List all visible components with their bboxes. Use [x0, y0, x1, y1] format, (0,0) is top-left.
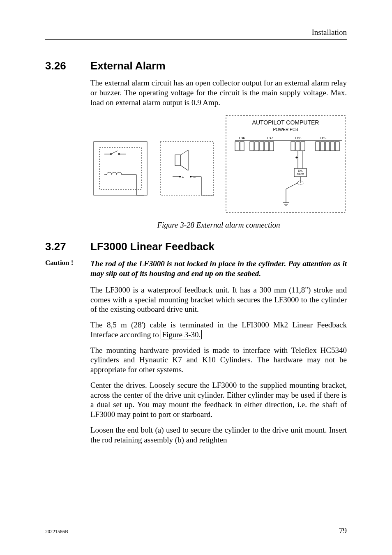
section-3-26-heading: 3.26 External Alarm	[45, 60, 347, 72]
ext-label2: alarm	[297, 173, 304, 175]
caution-label: Caution !	[45, 259, 90, 279]
section-3-27-heading: 3.27 LF3000 Linear Feedback	[45, 240, 347, 253]
paragraph: Center the drives. Loosely secure the LF…	[90, 380, 347, 419]
paragraph: The external alarm circuit has an open c…	[90, 78, 347, 107]
autopilot-label: AUTOPILOT COMPUTER	[252, 119, 319, 126]
page: Installation 3.26 External Alarm The ext…	[0, 0, 392, 555]
figure-reference-link[interactable]: Figure 3-30.	[161, 330, 202, 339]
buzzer-plus: +	[182, 175, 184, 180]
section-3-27-body: The LF3000 is a waterproof feedback unit…	[90, 285, 347, 445]
figure-caption: Figure 3-28 External alarm connection	[90, 221, 347, 230]
svg-line-21	[286, 183, 298, 189]
svg-rect-37	[160, 142, 214, 195]
svg-rect-7	[265, 142, 269, 151]
tb8-label: TB8	[295, 136, 302, 140]
buzzer-minus: −	[193, 175, 196, 180]
tb6-label: TB6	[238, 136, 245, 140]
svg-rect-38	[175, 155, 181, 166]
ext-label1: Ext.	[298, 169, 303, 172]
section-title: LF3000 Linear Feedback	[90, 240, 214, 253]
caution-block: Caution ! The rod of the LF3000 is not l…	[45, 259, 347, 279]
svg-rect-4	[250, 142, 254, 151]
page-number: 79	[339, 526, 347, 535]
svg-rect-26	[94, 142, 147, 195]
svg-marker-39	[181, 150, 188, 170]
tb8-plus: +	[295, 155, 298, 160]
paragraph: The LF3000 is a waterproof feedback unit…	[90, 285, 347, 314]
doc-number: 20221586B	[45, 529, 68, 535]
section-3-26-body: The external alarm circuit has an open c…	[90, 78, 347, 107]
page-footer: 20221586B 79	[45, 526, 347, 535]
tb7-label: TB7	[266, 136, 273, 140]
figure-3-28: AUTOPILOT COMPUTER POWER PCB TB6 TB7 TB8…	[90, 113, 347, 230]
svg-rect-8	[270, 142, 274, 151]
caution-text: The rod of the LF3000 is not locked in p…	[90, 259, 347, 279]
text-run: The 8,5 m (28') cable is terminated in t…	[90, 320, 347, 339]
svg-rect-12	[316, 142, 320, 151]
powerpcb-label: POWER PCB	[273, 127, 298, 132]
section-title: External Alarm	[90, 60, 166, 72]
svg-rect-14	[325, 142, 330, 151]
svg-rect-2	[235, 142, 239, 151]
tb9-label: TB9	[320, 136, 327, 140]
svg-line-29	[111, 151, 118, 154]
svg-point-41	[179, 176, 181, 177]
external-alarm-diagram: AUTOPILOT COMPUTER POWER PCB TB6 TB7 TB8…	[90, 113, 347, 216]
svg-rect-13	[321, 142, 325, 151]
paragraph: The 8,5 m (28') cable is terminated in t…	[90, 320, 347, 340]
svg-rect-27	[99, 147, 141, 189]
paragraph: Loosen the end bolt (a) used to secure t…	[90, 425, 347, 445]
svg-rect-15	[330, 142, 334, 151]
svg-rect-10	[296, 142, 300, 151]
svg-rect-6	[260, 142, 264, 151]
section-number: 3.27	[45, 240, 90, 253]
section-number: 3.26	[45, 60, 90, 72]
running-header: Installation	[45, 28, 347, 40]
svg-rect-5	[255, 142, 259, 151]
svg-rect-3	[240, 142, 244, 151]
svg-rect-16	[335, 142, 339, 151]
paragraph: The mounting hardware provided is made t…	[90, 345, 347, 375]
svg-rect-11	[301, 142, 305, 151]
svg-rect-9	[291, 142, 295, 151]
